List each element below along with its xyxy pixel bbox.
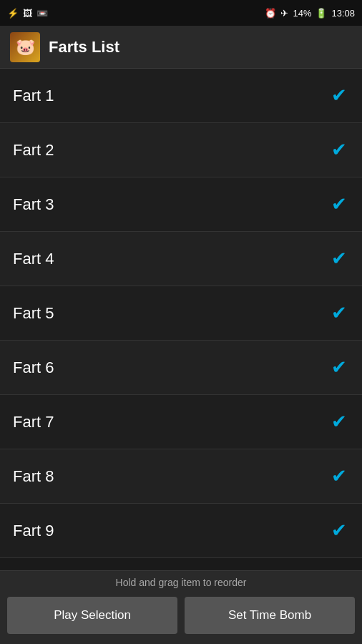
list-item[interactable]: Fart 5✔ bbox=[0, 286, 362, 341]
clock: 13:08 bbox=[331, 8, 355, 19]
app-icon-emoji: 🐷 bbox=[16, 38, 35, 57]
list-item[interactable]: Fart 4✔ bbox=[0, 232, 362, 286]
set-time-bomb-button[interactable]: Set Time Bomb bbox=[185, 597, 355, 634]
list-item[interactable]: Fart 7✔ bbox=[0, 395, 362, 449]
cassette-icon: 📼 bbox=[36, 8, 48, 19]
list-item[interactable]: Fart 6✔ bbox=[0, 341, 362, 395]
list-item-label: Fart 5 bbox=[13, 304, 54, 323]
airplane-icon: ✈ bbox=[280, 8, 288, 19]
list-item[interactable]: Fart 3✔ bbox=[0, 177, 362, 232]
list-item-label: Fart 8 bbox=[13, 467, 54, 486]
list-item-label: Fart 4 bbox=[13, 250, 54, 268]
farts-list-container: Fart 1✔Fart 2✔Fart 3✔Fart 4✔Fart 5✔Fart … bbox=[0, 69, 362, 558]
alarm-icon: ⏰ bbox=[265, 8, 276, 19]
status-bar: ⚡ 🖼 📼 ⏰ ✈ 14% 🔋 13:08 bbox=[0, 0, 362, 26]
list-item[interactable]: Fart 9✔ bbox=[0, 504, 362, 558]
list-item-checkbox[interactable]: ✔ bbox=[329, 303, 349, 323]
app-icon: 🐷 bbox=[10, 32, 40, 62]
list-item-label: Fart 1 bbox=[13, 87, 54, 105]
list-item-checkbox[interactable]: ✔ bbox=[329, 412, 349, 432]
image-icon: 🖼 bbox=[23, 8, 32, 19]
list-item[interactable]: Fart 8✔ bbox=[0, 449, 362, 504]
list-item-label: Fart 7 bbox=[13, 413, 54, 431]
list-item-label: Fart 2 bbox=[13, 141, 54, 160]
bottom-buttons: Play Selection Set Time Bomb bbox=[0, 592, 362, 644]
list-item[interactable]: Fart 2✔ bbox=[0, 123, 362, 177]
battery-icon: 🔋 bbox=[315, 8, 327, 19]
status-icons-right: ⏰ ✈ 14% 🔋 13:08 bbox=[265, 8, 355, 19]
list-item-checkbox[interactable]: ✔ bbox=[329, 86, 349, 106]
list-item-checkbox[interactable]: ✔ bbox=[329, 249, 349, 269]
farts-list: Fart 1✔Fart 2✔Fart 3✔Fart 4✔Fart 5✔Fart … bbox=[0, 69, 362, 558]
usb-icon: ⚡ bbox=[7, 8, 19, 19]
list-item-label: Fart 9 bbox=[13, 522, 54, 540]
list-item-checkbox[interactable]: ✔ bbox=[329, 140, 349, 160]
list-item-checkbox[interactable]: ✔ bbox=[329, 467, 349, 487]
app-title: Farts List bbox=[49, 38, 119, 57]
app-header: 🐷 Farts List bbox=[0, 26, 362, 69]
list-item[interactable]: Fart 1✔ bbox=[0, 69, 362, 123]
list-item-checkbox[interactable]: ✔ bbox=[329, 195, 349, 215]
list-item-checkbox[interactable]: ✔ bbox=[329, 358, 349, 378]
hint-text: Hold and grag item to reorder bbox=[0, 571, 362, 592]
list-item-label: Fart 3 bbox=[13, 195, 54, 214]
play-selection-button[interactable]: Play Selection bbox=[7, 597, 177, 634]
list-item-checkbox[interactable]: ✔ bbox=[329, 521, 349, 541]
bottom-bar: Hold and grag item to reorder Play Selec… bbox=[0, 570, 362, 644]
battery-percent: 14% bbox=[293, 8, 311, 19]
status-icons-left: ⚡ 🖼 📼 bbox=[7, 8, 48, 19]
list-item-label: Fart 6 bbox=[13, 358, 54, 377]
